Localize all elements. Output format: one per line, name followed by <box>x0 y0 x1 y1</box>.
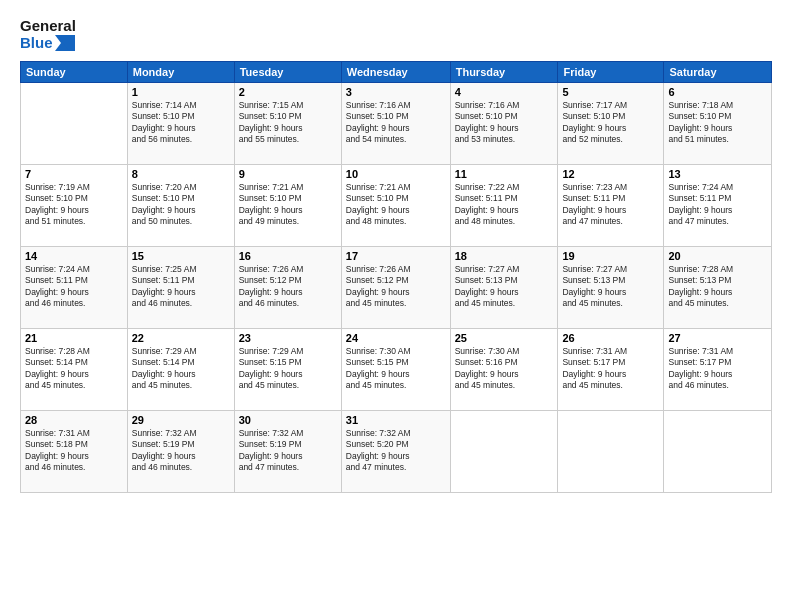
week-row-2: 7Sunrise: 7:19 AMSunset: 5:10 PMDaylight… <box>21 165 772 247</box>
day-cell <box>664 411 772 493</box>
col-header-thursday: Thursday <box>450 62 558 83</box>
day-info: Sunrise: 7:20 AMSunset: 5:10 PMDaylight:… <box>132 182 230 228</box>
day-number: 9 <box>239 168 337 180</box>
day-number: 31 <box>346 414 446 426</box>
day-cell: 25Sunrise: 7:30 AMSunset: 5:16 PMDayligh… <box>450 329 558 411</box>
day-number: 8 <box>132 168 230 180</box>
day-info: Sunrise: 7:27 AMSunset: 5:13 PMDaylight:… <box>562 264 659 310</box>
day-info: Sunrise: 7:31 AMSunset: 5:18 PMDaylight:… <box>25 428 123 474</box>
day-cell: 7Sunrise: 7:19 AMSunset: 5:10 PMDaylight… <box>21 165 128 247</box>
day-cell: 12Sunrise: 7:23 AMSunset: 5:11 PMDayligh… <box>558 165 664 247</box>
day-number: 17 <box>346 250 446 262</box>
day-cell: 21Sunrise: 7:28 AMSunset: 5:14 PMDayligh… <box>21 329 128 411</box>
logo-general: General <box>20 18 76 35</box>
day-info: Sunrise: 7:21 AMSunset: 5:10 PMDaylight:… <box>239 182 337 228</box>
day-info: Sunrise: 7:26 AMSunset: 5:12 PMDaylight:… <box>239 264 337 310</box>
day-number: 24 <box>346 332 446 344</box>
logo-blue: Blue <box>20 35 76 52</box>
day-number: 18 <box>455 250 554 262</box>
day-cell: 15Sunrise: 7:25 AMSunset: 5:11 PMDayligh… <box>127 247 234 329</box>
day-info: Sunrise: 7:32 AMSunset: 5:20 PMDaylight:… <box>346 428 446 474</box>
day-info: Sunrise: 7:32 AMSunset: 5:19 PMDaylight:… <box>239 428 337 474</box>
day-cell <box>21 83 128 165</box>
day-info: Sunrise: 7:18 AMSunset: 5:10 PMDaylight:… <box>668 100 767 146</box>
day-info: Sunrise: 7:30 AMSunset: 5:15 PMDaylight:… <box>346 346 446 392</box>
day-cell: 29Sunrise: 7:32 AMSunset: 5:19 PMDayligh… <box>127 411 234 493</box>
day-cell: 6Sunrise: 7:18 AMSunset: 5:10 PMDaylight… <box>664 83 772 165</box>
day-cell: 14Sunrise: 7:24 AMSunset: 5:11 PMDayligh… <box>21 247 128 329</box>
day-info: Sunrise: 7:28 AMSunset: 5:13 PMDaylight:… <box>668 264 767 310</box>
page: General Blue SundayMondayTuesdayWednesda… <box>0 0 792 612</box>
week-row-1: 1Sunrise: 7:14 AMSunset: 5:10 PMDaylight… <box>21 83 772 165</box>
day-number: 15 <box>132 250 230 262</box>
day-info: Sunrise: 7:21 AMSunset: 5:10 PMDaylight:… <box>346 182 446 228</box>
day-info: Sunrise: 7:32 AMSunset: 5:19 PMDaylight:… <box>132 428 230 474</box>
header: General Blue <box>20 18 772 51</box>
day-cell: 17Sunrise: 7:26 AMSunset: 5:12 PMDayligh… <box>341 247 450 329</box>
col-header-monday: Monday <box>127 62 234 83</box>
logo: General Blue <box>20 18 76 51</box>
day-cell: 22Sunrise: 7:29 AMSunset: 5:14 PMDayligh… <box>127 329 234 411</box>
day-number: 5 <box>562 86 659 98</box>
day-cell: 23Sunrise: 7:29 AMSunset: 5:15 PMDayligh… <box>234 329 341 411</box>
day-info: Sunrise: 7:15 AMSunset: 5:10 PMDaylight:… <box>239 100 337 146</box>
day-number: 27 <box>668 332 767 344</box>
col-header-wednesday: Wednesday <box>341 62 450 83</box>
day-info: Sunrise: 7:28 AMSunset: 5:14 PMDaylight:… <box>25 346 123 392</box>
day-number: 6 <box>668 86 767 98</box>
day-info: Sunrise: 7:16 AMSunset: 5:10 PMDaylight:… <box>346 100 446 146</box>
day-cell: 27Sunrise: 7:31 AMSunset: 5:17 PMDayligh… <box>664 329 772 411</box>
day-number: 12 <box>562 168 659 180</box>
day-cell: 28Sunrise: 7:31 AMSunset: 5:18 PMDayligh… <box>21 411 128 493</box>
week-row-4: 21Sunrise: 7:28 AMSunset: 5:14 PMDayligh… <box>21 329 772 411</box>
day-number: 2 <box>239 86 337 98</box>
day-cell: 20Sunrise: 7:28 AMSunset: 5:13 PMDayligh… <box>664 247 772 329</box>
day-cell: 31Sunrise: 7:32 AMSunset: 5:20 PMDayligh… <box>341 411 450 493</box>
day-info: Sunrise: 7:29 AMSunset: 5:15 PMDaylight:… <box>239 346 337 392</box>
day-cell: 4Sunrise: 7:16 AMSunset: 5:10 PMDaylight… <box>450 83 558 165</box>
calendar-table: SundayMondayTuesdayWednesdayThursdayFrid… <box>20 61 772 493</box>
day-cell: 1Sunrise: 7:14 AMSunset: 5:10 PMDaylight… <box>127 83 234 165</box>
day-cell: 2Sunrise: 7:15 AMSunset: 5:10 PMDaylight… <box>234 83 341 165</box>
day-cell: 10Sunrise: 7:21 AMSunset: 5:10 PMDayligh… <box>341 165 450 247</box>
week-row-5: 28Sunrise: 7:31 AMSunset: 5:18 PMDayligh… <box>21 411 772 493</box>
day-cell: 24Sunrise: 7:30 AMSunset: 5:15 PMDayligh… <box>341 329 450 411</box>
day-number: 13 <box>668 168 767 180</box>
day-number: 25 <box>455 332 554 344</box>
day-info: Sunrise: 7:24 AMSunset: 5:11 PMDaylight:… <box>25 264 123 310</box>
day-cell: 13Sunrise: 7:24 AMSunset: 5:11 PMDayligh… <box>664 165 772 247</box>
day-info: Sunrise: 7:31 AMSunset: 5:17 PMDaylight:… <box>668 346 767 392</box>
day-cell: 9Sunrise: 7:21 AMSunset: 5:10 PMDaylight… <box>234 165 341 247</box>
day-cell <box>558 411 664 493</box>
col-header-friday: Friday <box>558 62 664 83</box>
day-info: Sunrise: 7:25 AMSunset: 5:11 PMDaylight:… <box>132 264 230 310</box>
week-row-3: 14Sunrise: 7:24 AMSunset: 5:11 PMDayligh… <box>21 247 772 329</box>
day-number: 4 <box>455 86 554 98</box>
day-info: Sunrise: 7:26 AMSunset: 5:12 PMDaylight:… <box>346 264 446 310</box>
day-info: Sunrise: 7:22 AMSunset: 5:11 PMDaylight:… <box>455 182 554 228</box>
day-cell: 26Sunrise: 7:31 AMSunset: 5:17 PMDayligh… <box>558 329 664 411</box>
day-cell: 3Sunrise: 7:16 AMSunset: 5:10 PMDaylight… <box>341 83 450 165</box>
logo-arrow-icon <box>55 35 75 51</box>
day-number: 20 <box>668 250 767 262</box>
day-info: Sunrise: 7:31 AMSunset: 5:17 PMDaylight:… <box>562 346 659 392</box>
day-cell: 5Sunrise: 7:17 AMSunset: 5:10 PMDaylight… <box>558 83 664 165</box>
day-info: Sunrise: 7:14 AMSunset: 5:10 PMDaylight:… <box>132 100 230 146</box>
day-number: 21 <box>25 332 123 344</box>
day-number: 10 <box>346 168 446 180</box>
day-info: Sunrise: 7:29 AMSunset: 5:14 PMDaylight:… <box>132 346 230 392</box>
col-header-saturday: Saturday <box>664 62 772 83</box>
day-number: 11 <box>455 168 554 180</box>
logo-svg: General Blue <box>20 18 76 51</box>
day-number: 22 <box>132 332 230 344</box>
day-info: Sunrise: 7:23 AMSunset: 5:11 PMDaylight:… <box>562 182 659 228</box>
day-cell: 8Sunrise: 7:20 AMSunset: 5:10 PMDaylight… <box>127 165 234 247</box>
day-number: 1 <box>132 86 230 98</box>
day-number: 23 <box>239 332 337 344</box>
day-number: 30 <box>239 414 337 426</box>
day-cell <box>450 411 558 493</box>
day-cell: 16Sunrise: 7:26 AMSunset: 5:12 PMDayligh… <box>234 247 341 329</box>
day-number: 14 <box>25 250 123 262</box>
day-number: 26 <box>562 332 659 344</box>
col-header-tuesday: Tuesday <box>234 62 341 83</box>
